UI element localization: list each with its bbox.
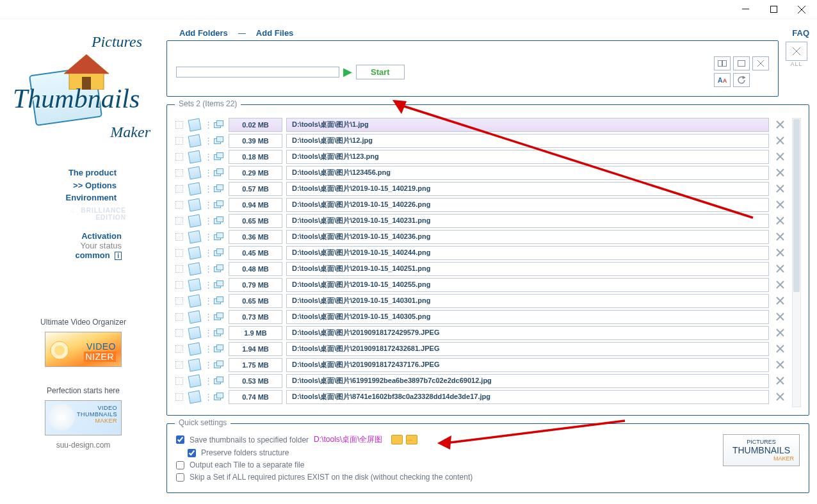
row-checkbox[interactable] bbox=[175, 281, 183, 289]
table-row[interactable]: ⋮0.73 MBD:\tools\桌面\图片\2019-10-15_140305… bbox=[174, 309, 802, 325]
gallery-icon[interactable] bbox=[213, 167, 225, 179]
table-row[interactable]: ⋮1.75 MBD:\tools\桌面\图片\20190918172437176… bbox=[174, 357, 802, 373]
remove-row-icon[interactable] bbox=[773, 377, 787, 385]
gallery-icon[interactable] bbox=[213, 327, 225, 339]
row-checkbox[interactable] bbox=[175, 201, 183, 209]
drag-handle-icon[interactable]: ⋮ bbox=[204, 328, 209, 337]
table-row[interactable]: ⋮0.74 MBD:\tools\桌面\图片\8741e1602bf38c0a2… bbox=[174, 389, 802, 405]
remove-row-icon[interactable] bbox=[773, 297, 787, 305]
path-cell[interactable]: D:\tools\桌面\图片\2019-10-15_140301.png bbox=[286, 294, 769, 308]
size-cell[interactable]: 0.29 MB bbox=[229, 166, 282, 180]
start-button[interactable]: Start bbox=[356, 65, 405, 79]
row-checkbox[interactable] bbox=[175, 233, 183, 241]
size-cell[interactable]: 0.57 MB bbox=[229, 182, 282, 196]
remove-row-icon[interactable] bbox=[773, 152, 787, 161]
table-row[interactable]: ⋮0.94 MBD:\tools\桌面\图片\2019-10-15_140226… bbox=[174, 197, 802, 213]
size-cell[interactable]: 1.94 MB bbox=[229, 342, 282, 356]
output-tile-checkbox[interactable]: Output each Tile to a separate file bbox=[176, 460, 723, 469]
faq-link[interactable]: FAQ bbox=[792, 28, 809, 38]
drag-handle-icon[interactable]: ⋮ bbox=[204, 344, 209, 354]
font-button[interactable]: AA bbox=[714, 73, 731, 87]
link-options[interactable]: >> Options bbox=[12, 179, 117, 192]
gallery-icon[interactable] bbox=[213, 151, 225, 163]
table-row[interactable]: ⋮0.79 MBD:\tools\桌面\图片\2019-10-15_140255… bbox=[174, 277, 802, 293]
size-cell[interactable]: 0.45 MB bbox=[229, 246, 282, 260]
site-link[interactable]: suu-design.com bbox=[56, 441, 111, 450]
remove-row-icon[interactable] bbox=[773, 120, 787, 129]
gallery-icon[interactable] bbox=[213, 247, 225, 259]
remove-row-icon[interactable] bbox=[773, 200, 787, 209]
scrollbar-thumb[interactable] bbox=[793, 119, 800, 292]
table-row[interactable]: ⋮0.02 MBD:\tools\桌面\图片\1.jpg bbox=[174, 117, 802, 133]
gallery-icon[interactable] bbox=[213, 263, 225, 275]
drag-handle-icon[interactable]: ⋮ bbox=[204, 120, 209, 129]
promo-pictures-thumbnails-maker[interactable]: PICTURES THUMBNAILS MAKER bbox=[723, 434, 800, 466]
size-cell[interactable]: 0.36 MB bbox=[229, 230, 282, 244]
link-environment[interactable]: Environment bbox=[12, 191, 117, 204]
drag-handle-icon[interactable]: ⋮ bbox=[204, 376, 209, 386]
gallery-icon[interactable] bbox=[213, 359, 225, 371]
row-checkbox[interactable] bbox=[175, 137, 183, 145]
path-cell[interactable]: D:\tools\桌面\图片\8741e1602bf38c0a23328dd14… bbox=[286, 390, 769, 404]
table-row[interactable]: ⋮1.9 MBD:\tools\桌面\图片\20190918172429579.… bbox=[174, 325, 802, 341]
row-checkbox[interactable] bbox=[175, 329, 183, 337]
path-cell[interactable]: D:\tools\桌面\图片\2019-10-15_140236.png bbox=[286, 230, 769, 244]
drag-handle-icon[interactable]: ⋮ bbox=[204, 136, 209, 145]
size-cell[interactable]: 0.39 MB bbox=[229, 134, 282, 148]
add-folders-link[interactable]: Add Folders bbox=[179, 28, 228, 38]
maximize-button[interactable] bbox=[759, 1, 788, 19]
row-checkbox[interactable] bbox=[175, 169, 183, 177]
drag-handle-icon[interactable]: ⋮ bbox=[204, 264, 209, 273]
remove-row-icon[interactable] bbox=[773, 232, 787, 241]
path-cell[interactable]: D:\tools\桌面\图片\20190918172432681.JPEG bbox=[286, 342, 769, 356]
minimize-button[interactable] bbox=[731, 1, 759, 19]
drag-handle-icon[interactable]: ⋮ bbox=[204, 296, 209, 305]
gallery-icon[interactable] bbox=[213, 231, 225, 243]
row-checkbox[interactable] bbox=[175, 297, 183, 305]
remove-row-icon[interactable] bbox=[773, 313, 787, 321]
scrollbar[interactable] bbox=[792, 118, 801, 407]
path-cell[interactable]: D:\tools\桌面\图片\61991992bea6be3897b7c02e2… bbox=[286, 374, 769, 388]
drag-handle-icon[interactable]: ⋮ bbox=[204, 152, 209, 161]
gallery-icon[interactable] bbox=[213, 343, 225, 355]
gallery-icon[interactable] bbox=[213, 311, 225, 323]
remove-row-icon[interactable] bbox=[773, 136, 787, 145]
path-cell[interactable]: D:\tools\桌面\图片\123456.png bbox=[286, 166, 769, 180]
path-cell[interactable]: D:\tools\桌面\图片\2019-10-15_140244.png bbox=[286, 246, 769, 260]
path-cell[interactable]: D:\tools\桌面\图片\12.jpg bbox=[286, 134, 769, 148]
reload-button[interactable] bbox=[733, 73, 750, 87]
remove-row-icon[interactable] bbox=[773, 361, 787, 369]
remove-layout-button[interactable] bbox=[752, 56, 769, 70]
drag-handle-icon[interactable]: ⋮ bbox=[204, 392, 209, 402]
drag-handle-icon[interactable]: ⋮ bbox=[204, 280, 209, 289]
link-product[interactable]: The product bbox=[12, 167, 117, 179]
close-button[interactable] bbox=[788, 1, 816, 19]
gallery-icon[interactable] bbox=[213, 199, 225, 211]
add-files-link[interactable]: Add Files bbox=[256, 28, 294, 38]
path-cell[interactable]: D:\tools\桌面\图片\2019-10-15_140231.png bbox=[286, 214, 769, 228]
drag-handle-icon[interactable]: ⋮ bbox=[204, 248, 209, 257]
size-cell[interactable]: 0.65 MB bbox=[229, 214, 282, 228]
table-row[interactable]: ⋮0.36 MBD:\tools\桌面\图片\2019-10-15_140236… bbox=[174, 229, 802, 245]
size-cell[interactable]: 1.75 MB bbox=[229, 358, 282, 372]
remove-row-icon[interactable] bbox=[773, 168, 787, 177]
open-folder-icon[interactable] bbox=[391, 435, 403, 444]
remove-row-icon[interactable] bbox=[773, 280, 787, 289]
gallery-icon[interactable] bbox=[213, 183, 225, 195]
table-row[interactable]: ⋮1.94 MBD:\tools\桌面\图片\20190918172432681… bbox=[174, 341, 802, 357]
remove-row-icon[interactable] bbox=[773, 345, 787, 353]
skip-set-checkbox[interactable]: Skip a Set if ALL required pictures EXIS… bbox=[176, 473, 723, 482]
gallery-icon[interactable] bbox=[213, 295, 225, 307]
table-row[interactable]: ⋮0.65 MBD:\tools\桌面\图片\2019-10-15_140301… bbox=[174, 293, 802, 309]
path-cell[interactable]: D:\tools\桌面\图片\2019-10-15_140251.png bbox=[286, 262, 769, 276]
path-cell[interactable]: D:\tools\桌面\图片\123.png bbox=[286, 150, 769, 164]
table-row[interactable]: ⋮0.65 MBD:\tools\桌面\图片\2019-10-15_140231… bbox=[174, 213, 802, 229]
size-cell[interactable]: 0.18 MB bbox=[229, 150, 282, 164]
size-cell[interactable]: 0.53 MB bbox=[229, 374, 282, 388]
row-checkbox[interactable] bbox=[175, 377, 183, 385]
size-cell[interactable]: 0.65 MB bbox=[229, 294, 282, 308]
path-cell[interactable]: D:\tools\桌面\图片\2019-10-15_140219.png bbox=[286, 182, 769, 196]
layout-button-2[interactable] bbox=[733, 56, 750, 70]
table-row[interactable]: ⋮0.18 MBD:\tools\桌面\图片\123.png bbox=[174, 149, 802, 165]
gallery-icon[interactable] bbox=[213, 375, 225, 387]
